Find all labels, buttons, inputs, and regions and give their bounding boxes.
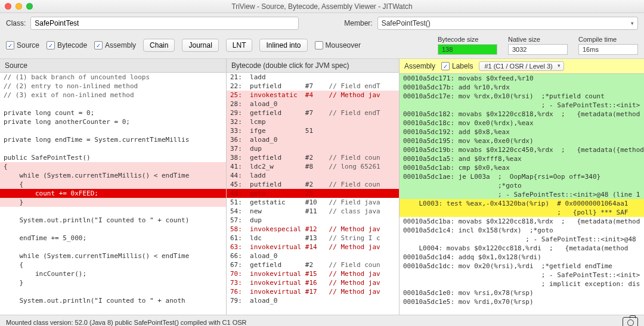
source-line[interactable] bbox=[0, 126, 226, 135]
bytecode-line[interactable]: 38: getfield #2 // Field coun bbox=[227, 153, 399, 162]
source-line[interactable] bbox=[0, 100, 226, 108]
asm-line[interactable]: ;*goto bbox=[400, 181, 644, 190]
asm-line[interactable]: ; {poll} *** SAF bbox=[400, 208, 644, 217]
bytecode-body[interactable]: 21: ladd 22: putfield #7 // Field endT25… bbox=[227, 73, 399, 315]
bytecode-line[interactable]: 54: new #11 // class java bbox=[227, 207, 399, 216]
bytecode-checkbox[interactable]: ✓ Bytecode bbox=[47, 41, 87, 49]
status-bar: Mounted class version: 52.0 (Java 8) pub… bbox=[0, 315, 644, 326]
source-line[interactable]: while (System.currentTimeMillis() < endT… bbox=[0, 252, 226, 260]
source-line[interactable]: System.out.println("I counted to " + cou… bbox=[0, 216, 226, 225]
bytecode-line[interactable]: 22: putfield #7 // Field endT bbox=[227, 82, 399, 91]
asm-line[interactable]: 00010a5dc17e: mov %rdx,0x10(%rsi) ;*putf… bbox=[400, 92, 644, 101]
asm-line[interactable]: 00010a5dc1dc: mov 0x20(%rsi),%rdi ;*getf… bbox=[400, 262, 644, 271]
camera-icon[interactable] bbox=[623, 317, 638, 327]
minimize-icon[interactable] bbox=[16, 3, 22, 10]
bytecode-line[interactable]: 58: invokespecial #12 // Method jav bbox=[227, 225, 399, 234]
bytecode-line[interactable]: 28: aload_0 bbox=[227, 100, 399, 108]
bytecode-line[interactable]: 37: dup bbox=[227, 144, 399, 153]
asm-line[interactable]: 00010a5dc1ae: je L003a ; OopMap{rsi=Oop … bbox=[400, 172, 644, 181]
bytecode-line[interactable]: 66: aload_0 bbox=[227, 252, 399, 260]
bytecode-line[interactable]: 76: invokevirtual #17 // Method jav bbox=[227, 287, 399, 296]
bytecode-line[interactable]: 70: invokevirtual #15 // Method jav bbox=[227, 269, 399, 278]
asm-line[interactable]: 00010a5dc17b: add %r10,%rdx bbox=[400, 83, 644, 92]
bytecode-line[interactable]: 29: getfield #7 // Field endT bbox=[227, 108, 399, 117]
bytecode-line[interactable]: 61: ldc #13 // String I c bbox=[227, 234, 399, 243]
source-body[interactable]: // (1) back branch of uncounted loops// … bbox=[0, 73, 226, 315]
asm-line[interactable]: L0003: test %eax,-0x41320ba(%rip) # 0x00… bbox=[400, 199, 644, 208]
asm-line[interactable]: 00010a5dc1ba: movabs $0x1220cc818,%rdx ;… bbox=[400, 217, 644, 226]
chain-button[interactable]: Chain bbox=[143, 39, 175, 52]
member-dropdown[interactable]: SafePointTest() ▾ bbox=[377, 17, 638, 30]
close-icon[interactable] bbox=[5, 3, 11, 10]
journal-button[interactable]: Journal bbox=[182, 39, 218, 52]
bytecode-line[interactable]: 57: dup bbox=[227, 216, 399, 225]
asm-line[interactable]: ; - SafePointTest::<init> bbox=[400, 271, 644, 280]
source-line[interactable]: { bbox=[0, 162, 226, 171]
source-line[interactable]: // (2) entry to non-inlined method bbox=[0, 82, 226, 91]
source-line[interactable] bbox=[0, 225, 226, 234]
bytecode-line[interactable]: 67: getfield #2 // Field coun bbox=[227, 260, 399, 269]
bytecode-line[interactable]: 32: lcmp bbox=[227, 117, 399, 126]
assembly-body[interactable]: 00010a5dc171: movabs $0xfeed,%r1000010a5… bbox=[400, 74, 644, 315]
source-line[interactable] bbox=[0, 144, 226, 153]
source-line[interactable]: while (System.currentTimeMillis() < endT… bbox=[0, 171, 226, 180]
asm-line[interactable]: 00010a5dc1c4: incl 0x158(%rdx) ;*goto bbox=[400, 226, 644, 235]
source-line[interactable]: private long endTime = System.currentTim… bbox=[0, 135, 226, 144]
source-line[interactable]: { bbox=[0, 180, 226, 189]
bytecode-line[interactable]: 51: getstatic #10 // Field java bbox=[227, 198, 399, 207]
asm-line[interactable]: ; - SafePointTest::<init>@48 (line 1 bbox=[400, 190, 644, 199]
asm-line[interactable]: 00010a5dc18c: mov 0xe0(%rdx),%eax bbox=[400, 119, 644, 128]
source-line[interactable]: // (3) exit of non-inlined method bbox=[0, 91, 226, 100]
asm-line[interactable]: ; implicit exception: dis bbox=[400, 280, 644, 288]
zoom-icon[interactable] bbox=[26, 3, 33, 10]
asm-line[interactable]: 00010a5dc1e5: mov %rdi,0x70(%rsp) bbox=[400, 297, 644, 306]
asm-line[interactable]: 00010a5dc195: mov %eax,0xe0(%rdx) bbox=[400, 136, 644, 145]
source-line[interactable] bbox=[0, 243, 226, 252]
source-line[interactable]: private long anotherCounter = 0; bbox=[0, 117, 226, 126]
bytecode-line[interactable]: 44: ladd bbox=[227, 171, 399, 180]
asm-line[interactable]: 00010a5dc1d4: addq $0x1,0x128(%rdi) bbox=[400, 253, 644, 262]
chevron-down-icon: ▾ bbox=[631, 20, 634, 26]
source-line[interactable]: public SafePointTest() bbox=[0, 153, 226, 162]
source-checkbox[interactable]: ✓ Source bbox=[6, 41, 39, 49]
asm-line[interactable]: 00010a5dc192: add $0x8,%eax bbox=[400, 128, 644, 136]
source-line[interactable]: } bbox=[0, 278, 226, 287]
bytecode-line[interactable]: 41: ldc2_w #8 // long 65261 bbox=[227, 162, 399, 171]
bytecode-line[interactable]: 25: invokestatic #4 // Method jav bbox=[227, 91, 399, 100]
asm-line[interactable]: 00010a5dc171: movabs $0xfeed,%r10 bbox=[400, 74, 644, 83]
source-line[interactable]: // (1) back branch of uncounted loops bbox=[0, 73, 226, 82]
labels-checkbox[interactable]: ✓ Labels bbox=[441, 62, 473, 70]
class-input[interactable] bbox=[30, 17, 299, 30]
mouseover-checkbox[interactable]: Mouseover bbox=[315, 41, 361, 49]
bytecode-line[interactable]: 73: invokevirtual #16 // Method jav bbox=[227, 278, 399, 287]
source-line[interactable]: private long count = 0; bbox=[0, 108, 226, 117]
source-line[interactable] bbox=[0, 287, 226, 296]
assembly-checkbox[interactable]: ✓ Assembly bbox=[94, 41, 136, 49]
asm-line[interactable]: 00010a5dc1ab: cmp $0x0,%eax bbox=[400, 163, 644, 172]
bytecode-line[interactable]: 48: goto 25 bbox=[227, 189, 399, 198]
source-line[interactable]: System.out.println("I counted to " + ano… bbox=[0, 296, 226, 305]
source-line[interactable]: } bbox=[0, 198, 226, 207]
asm-line[interactable]: 00010a5dc1e0: mov %rsi,0x78(%rsp) bbox=[400, 288, 644, 297]
bytecode-line[interactable]: 79: aload_0 bbox=[227, 296, 399, 305]
bytecode-line[interactable]: 45: putfield #2 // Field coun bbox=[227, 180, 399, 189]
asm-line[interactable]: 00010a5dc1a5: and $0xfff8,%eax bbox=[400, 154, 644, 163]
bytecode-line[interactable]: 63: invokevirtual #14 // Method jav bbox=[227, 243, 399, 252]
source-line[interactable]: incCounter(); bbox=[0, 269, 226, 278]
lnt-button[interactable]: LNT bbox=[226, 39, 253, 52]
asm-line[interactable]: L0004: movabs $0x1220cc818,%rdi ; {metad… bbox=[400, 244, 644, 253]
inlined-button[interactable]: Inlined into bbox=[259, 39, 307, 52]
asm-line[interactable]: 00010a5dc19b: movabs $0x1220cc450,%rdx ;… bbox=[400, 145, 644, 154]
source-line[interactable]: endTime += 5_000; bbox=[0, 234, 226, 243]
asm-line[interactable]: ; - SafePointTest::<init>@48 bbox=[400, 235, 644, 244]
asm-line[interactable]: ; - SafePointTest::<init> bbox=[400, 101, 644, 110]
source-line[interactable]: count += 0xFEED; bbox=[0, 189, 226, 198]
bytecode-line[interactable]: 21: ladd bbox=[227, 73, 399, 82]
source-line[interactable] bbox=[0, 207, 226, 216]
bytecode-line[interactable]: 36: aload_0 bbox=[227, 135, 399, 144]
bytecode-line[interactable]: 33: ifge 51 bbox=[227, 126, 399, 135]
source-header: Source bbox=[0, 59, 226, 73]
asm-line[interactable]: 00010a5dc182: movabs $0x1220cc818,%rdx ;… bbox=[400, 110, 644, 119]
asm-select[interactable]: #1 (C1 / OSR / Level 3) bbox=[479, 61, 564, 71]
source-line[interactable]: { bbox=[0, 260, 226, 269]
